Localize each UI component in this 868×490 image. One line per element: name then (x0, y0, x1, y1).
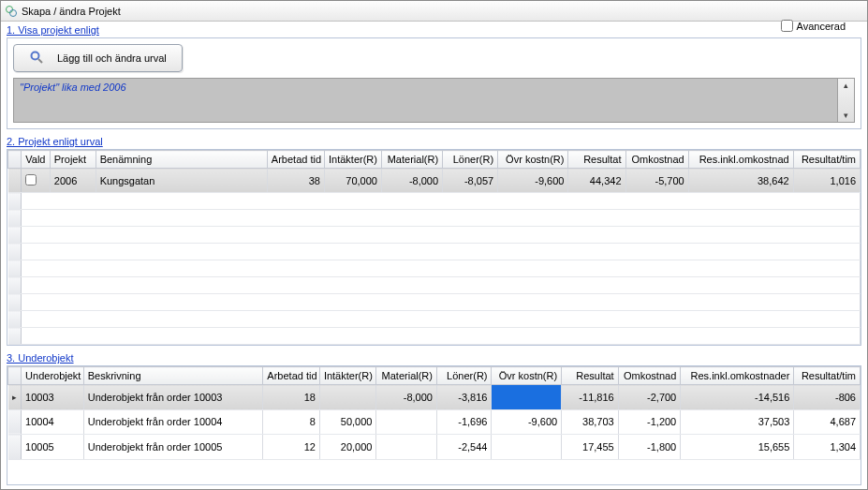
cell-loner[interactable]: -2,544 (436, 435, 492, 460)
cell-material[interactable] (376, 435, 437, 460)
cell-ovr[interactable]: -9,600 (492, 409, 562, 435)
cell-restim[interactable]: 4,687 (794, 409, 861, 435)
advanced-checkbox[interactable] (781, 20, 793, 32)
cell-material[interactable]: -8,000 (381, 169, 442, 193)
col-arbetad[interactable]: Arbetad tid (267, 151, 324, 169)
cell-ovr[interactable] (492, 385, 562, 410)
col-resultat[interactable]: Resultat (562, 367, 619, 385)
cell-intakter[interactable]: 20,000 (319, 435, 376, 460)
scroll-down-icon[interactable]: ▾ (844, 109, 848, 122)
vald-checkbox[interactable] (25, 174, 37, 186)
cell-arbetad[interactable]: 8 (263, 409, 320, 435)
col-omkostnad[interactable]: Omkostnad (625, 151, 688, 169)
col-under[interactable]: Underobjekt (22, 367, 84, 385)
cell-material[interactable]: -8,000 (376, 385, 437, 410)
cell-resinkl[interactable]: 37,503 (681, 409, 794, 435)
cell-ovr[interactable]: -9,600 (498, 169, 568, 193)
col-material[interactable]: Material(R) (381, 151, 442, 169)
col-resinkl[interactable]: Res.inkl.omkostnader (681, 367, 794, 385)
cell-arbetad[interactable]: 12 (263, 435, 320, 460)
cell-resultat[interactable]: 44,342 (568, 169, 625, 193)
cell-benamning[interactable]: Kungsgatan (96, 169, 267, 193)
row-selector[interactable] (8, 409, 22, 435)
cell-ovr[interactable] (492, 435, 562, 460)
cell-omkostnad[interactable]: -1,200 (618, 409, 681, 435)
col-ovr[interactable]: Övr kostn(R) (498, 151, 568, 169)
add-edit-selection-button[interactable]: Lägg till och ändra urval (13, 44, 183, 72)
subobject-row[interactable]: 10003 Underobjekt från order 10003 18 -8… (8, 385, 861, 410)
svg-line-3 (38, 59, 42, 63)
col-ovr[interactable]: Övr kostn(R) (492, 367, 562, 385)
cell-projekt[interactable]: 2006 (50, 169, 96, 193)
row-selector[interactable] (8, 435, 22, 460)
cell-under[interactable]: 10004 (22, 409, 84, 435)
col-benamning[interactable]: Benämning (96, 151, 267, 169)
section3-label: 3. Underobjekt (1, 349, 867, 365)
advanced-toggle[interactable]: Avancerad (781, 20, 846, 32)
projects-grid[interactable]: Vald Projekt Benämning Arbetad tid Intäk… (7, 149, 861, 346)
cell-intakter[interactable]: 70,000 (324, 169, 381, 193)
cell-under[interactable]: 10005 (22, 435, 84, 460)
empty-row (8, 227, 861, 244)
subobject-row[interactable]: 10004 Underobjekt från order 10004 8 50,… (8, 409, 861, 435)
col-vald[interactable]: Vald (22, 151, 51, 169)
row-selector-header (8, 151, 22, 169)
cell-vald[interactable] (22, 169, 51, 193)
advanced-label: Avancerad (797, 21, 846, 32)
project-row[interactable]: 2006 Kungsgatan 38 70,000 -8,000 -8,057 … (8, 169, 861, 193)
col-restim[interactable]: Resultat/tim (794, 367, 861, 385)
empty-row (8, 277, 861, 294)
cell-omkostnad[interactable]: -2,700 (618, 385, 681, 410)
col-omkostnad[interactable]: Omkostnad (618, 367, 681, 385)
col-material[interactable]: Material(R) (376, 367, 437, 385)
scroll-up-icon[interactable]: ▴ (844, 79, 848, 92)
empty-row (8, 294, 861, 311)
cell-arbetad[interactable]: 18 (263, 385, 320, 410)
empty-row (8, 193, 861, 210)
cell-beskr[interactable]: Underobjekt från order 10004 (83, 409, 263, 435)
col-beskr[interactable]: Beskrivning (83, 367, 263, 385)
cell-under[interactable]: 10003 (22, 385, 84, 410)
cell-omkostnad[interactable]: -1,800 (618, 435, 681, 460)
cell-resinkl[interactable]: 15,655 (681, 435, 794, 460)
row-selector[interactable] (8, 169, 22, 193)
col-arbetad[interactable]: Arbetad tid (263, 367, 320, 385)
cell-loner[interactable]: -1,696 (436, 409, 492, 435)
filter-text-box: "Projekt" lika med 2006 ▴ ▾ (13, 78, 855, 123)
filter-text: "Projekt" lika med 2006 (14, 79, 837, 122)
add-button-label: Lägg till och ändra urval (57, 52, 167, 64)
subobjects-header-row: Underobjekt Beskrivning Arbetad tid Intä… (8, 367, 861, 385)
cell-restim[interactable]: 1,304 (794, 435, 861, 460)
cell-beskr[interactable]: Underobjekt från order 10003 (83, 385, 263, 410)
cell-resultat[interactable]: 17,455 (562, 435, 619, 460)
cell-resinkl[interactable]: 38,642 (688, 169, 793, 193)
col-intakter[interactable]: Intäkter(R) (319, 367, 376, 385)
col-resultat[interactable]: Resultat (568, 151, 625, 169)
subobjects-grid[interactable]: Underobjekt Beskrivning Arbetad tid Intä… (7, 365, 861, 485)
cell-resinkl[interactable]: -14,516 (681, 385, 794, 410)
svg-point-1 (10, 9, 17, 16)
main-window: Skapa / ändra Projekt 1. Visa projekt en… (0, 0, 868, 490)
cell-material[interactable] (376, 409, 437, 435)
col-loner[interactable]: Löner(R) (436, 367, 492, 385)
col-intakter[interactable]: Intäkter(R) (324, 151, 381, 169)
cell-intakter[interactable]: 50,000 (319, 409, 376, 435)
cell-resultat[interactable]: 38,703 (562, 409, 619, 435)
subobject-row[interactable]: 10005 Underobjekt från order 10005 12 20… (8, 435, 861, 460)
filter-scrollbar[interactable]: ▴ ▾ (837, 79, 854, 122)
col-restim[interactable]: Resultat/tim (793, 151, 860, 169)
col-loner[interactable]: Löner(R) (443, 151, 498, 169)
col-resinkl[interactable]: Res.inkl.omkostnad (688, 151, 793, 169)
cell-arbetad[interactable]: 38 (267, 169, 324, 193)
cell-omkostnad[interactable]: -5,700 (625, 169, 688, 193)
cell-loner[interactable]: -8,057 (443, 169, 498, 193)
cell-restim[interactable]: 1,016 (793, 169, 860, 193)
cell-beskr[interactable]: Underobjekt från order 10005 (83, 435, 263, 460)
projects-header-row: Vald Projekt Benämning Arbetad tid Intäk… (8, 151, 861, 169)
cell-intakter[interactable] (319, 385, 376, 410)
row-selector[interactable] (8, 385, 22, 410)
cell-loner[interactable]: -3,816 (436, 385, 492, 410)
col-projekt[interactable]: Projekt (50, 151, 96, 169)
cell-resultat[interactable]: -11,816 (562, 385, 619, 410)
cell-restim[interactable]: -806 (794, 385, 861, 410)
